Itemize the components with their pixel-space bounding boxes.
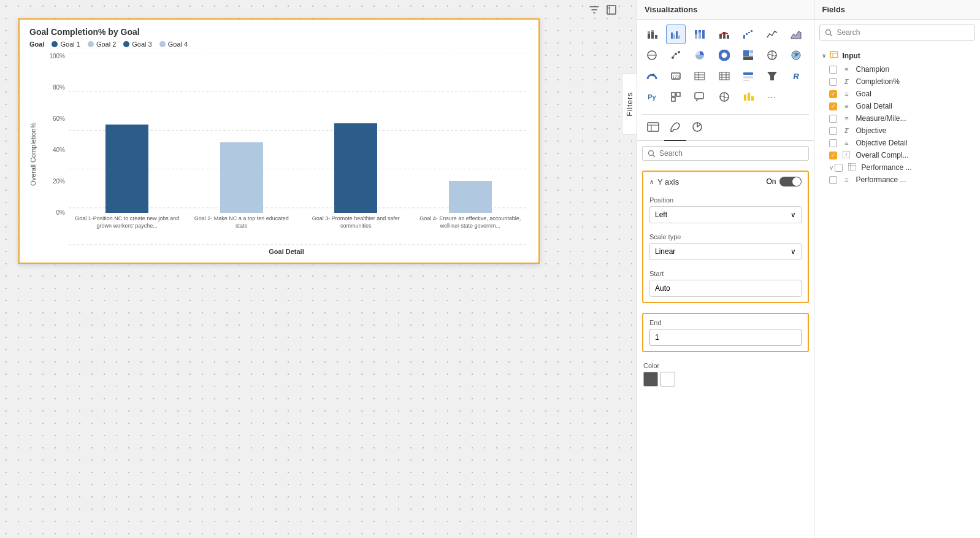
100pct-bar-icon-btn[interactable] bbox=[690, 25, 710, 44]
scatter-icon-btn[interactable] bbox=[666, 45, 686, 65]
end-field-group: End bbox=[642, 313, 809, 352]
svg-rect-63 bbox=[695, 93, 703, 99]
field-checkbox-overall-compl[interactable] bbox=[829, 152, 837, 159]
treemap-icon-btn[interactable] bbox=[738, 45, 758, 65]
format-paint-tab[interactable] bbox=[664, 117, 686, 141]
map-icon-btn[interactable] bbox=[762, 45, 782, 65]
bar-group-3 bbox=[304, 53, 408, 213]
svg-rect-62 bbox=[672, 98, 675, 101]
funnel-icon-btn[interactable] bbox=[762, 66, 782, 86]
field-label-goal: Goal bbox=[856, 90, 871, 98]
field-checkbox-completion[interactable] bbox=[829, 78, 837, 86]
field-checkbox-objective-detail[interactable] bbox=[829, 139, 837, 147]
bar-2 bbox=[220, 142, 263, 213]
powerbi-custom-icon-btn[interactable] bbox=[738, 87, 758, 107]
toggle-track[interactable] bbox=[779, 177, 802, 186]
svg-rect-57 bbox=[743, 76, 753, 79]
svg-point-34 bbox=[673, 55, 675, 57]
line-bar-combo-icon-btn[interactable] bbox=[714, 25, 734, 44]
filled-map-icon-btn[interactable] bbox=[786, 45, 806, 65]
toggle-knob bbox=[792, 177, 801, 186]
ribbon-icon-btn[interactable] bbox=[642, 45, 662, 65]
python-icon-btn[interactable]: Py bbox=[642, 87, 662, 107]
matrix-icon-btn[interactable] bbox=[714, 66, 734, 86]
field-checkbox-performance2[interactable] bbox=[829, 176, 837, 184]
svg-rect-68 bbox=[751, 96, 754, 101]
r-icon-btn[interactable]: R bbox=[786, 66, 806, 86]
position-field-group: Position Left ∨ bbox=[643, 191, 808, 228]
fields-section-header[interactable]: ∨ Input bbox=[819, 48, 975, 63]
svg-rect-10 bbox=[648, 31, 650, 34]
field-item-goal[interactable]: ≡ Goal bbox=[819, 88, 975, 100]
field-type-icon-objective: Σ bbox=[842, 127, 851, 134]
end-input[interactable] bbox=[649, 329, 802, 346]
filter-toolbar-btn[interactable] bbox=[588, 3, 601, 17]
field-item-goal-detail[interactable]: ≡ Goal Detail bbox=[819, 100, 975, 112]
y-axis-label: Overall Completion% bbox=[29, 53, 42, 255]
y-axis-chevron-icon[interactable]: ∧ bbox=[649, 179, 654, 185]
number-card-icon-btn[interactable]: 123 bbox=[666, 66, 686, 86]
globe-icon-btn[interactable] bbox=[714, 87, 734, 107]
slicer-icon-btn[interactable] bbox=[738, 66, 758, 86]
area-icon-btn[interactable] bbox=[786, 25, 806, 44]
waterfall-icon-btn[interactable] bbox=[738, 25, 758, 44]
fields-search-input[interactable] bbox=[836, 28, 970, 37]
donut-icon-btn[interactable] bbox=[714, 45, 734, 65]
stacked-bar-icon-btn[interactable] bbox=[642, 25, 662, 44]
field-checkbox-goal[interactable] bbox=[829, 90, 837, 98]
scale-type-select[interactable]: Linear ∨ bbox=[649, 243, 802, 260]
field-item-objective[interactable]: Σ Objective bbox=[819, 125, 975, 137]
format-analytics-tab[interactable] bbox=[686, 117, 708, 140]
scale-type-chevron-icon: ∨ bbox=[791, 247, 796, 256]
field-checkbox-champion[interactable] bbox=[829, 66, 837, 74]
legend-item-goal4: Goal 4 bbox=[159, 40, 188, 48]
expand-toolbar-btn[interactable] bbox=[605, 3, 618, 17]
chart-body: Overall Completion% 100% 80% 60% 40% 20%… bbox=[29, 53, 529, 255]
chart-title: Goal Completion% by Goal bbox=[29, 27, 529, 37]
custom-vis-icon-btn[interactable] bbox=[666, 87, 686, 107]
field-item-champion[interactable]: ≡ Champion bbox=[819, 63, 975, 75]
field-type-icon-measure: ≡ bbox=[842, 115, 851, 122]
fields-search-icon bbox=[825, 29, 833, 37]
field-checkbox-goal-detail[interactable] bbox=[829, 102, 837, 110]
svg-rect-25 bbox=[746, 33, 748, 35]
more-visuals-btn[interactable]: ··· bbox=[762, 87, 782, 107]
gauge-icon-btn[interactable] bbox=[642, 66, 662, 86]
field-type-icon-champion: ≡ bbox=[842, 66, 851, 73]
color-swatch-dark[interactable] bbox=[643, 372, 658, 386]
clustered-bar-icon-btn[interactable] bbox=[666, 25, 686, 44]
legend-label-goal4: Goal 4 bbox=[168, 40, 188, 48]
speech-bubble-icon-btn[interactable] bbox=[690, 87, 710, 107]
start-field-group: Start bbox=[643, 265, 808, 302]
svg-rect-67 bbox=[748, 93, 750, 101]
filters-tab[interactable]: Filters bbox=[622, 74, 637, 135]
start-input[interactable] bbox=[649, 280, 802, 297]
format-fields-tab[interactable] bbox=[642, 117, 664, 140]
field-checkbox-performance1[interactable] bbox=[835, 164, 843, 172]
viz-panel-header: Visualizations bbox=[637, 0, 814, 20]
field-checkbox-objective[interactable] bbox=[829, 127, 837, 135]
x-label-1: Goal 1-Position NC to create new jobs an… bbox=[75, 213, 180, 247]
position-select[interactable]: Left ∨ bbox=[649, 206, 802, 223]
viz-search-icon bbox=[648, 150, 656, 158]
field-item-performance2[interactable]: ≡ Performance ... bbox=[819, 174, 975, 186]
field-item-measure[interactable]: ≡ Measure/Mile... bbox=[819, 112, 975, 125]
viz-search-input[interactable] bbox=[659, 149, 803, 158]
pie-icon-btn[interactable] bbox=[690, 45, 710, 65]
field-item-completion[interactable]: Σ Completion% bbox=[819, 75, 975, 88]
field-checkbox-measure[interactable] bbox=[829, 115, 837, 123]
svg-point-31 bbox=[672, 56, 674, 59]
viz-search-box[interactable] bbox=[642, 146, 809, 161]
field-item-performance1[interactable]: ∨ Performance ... bbox=[819, 161, 975, 174]
fields-search-box[interactable] bbox=[819, 25, 975, 40]
field-item-objective-detail[interactable]: ≡ Objective Detail bbox=[819, 137, 975, 149]
expand-icon-performance1[interactable]: ∨ bbox=[829, 164, 833, 171]
y-axis-toggle[interactable]: On bbox=[766, 177, 802, 186]
field-type-icon-objective-detail: ≡ bbox=[842, 139, 851, 147]
svg-rect-7 bbox=[648, 34, 650, 39]
svg-rect-13 bbox=[673, 34, 675, 39]
color-swatch-white[interactable] bbox=[660, 372, 675, 386]
line-icon-btn[interactable] bbox=[762, 25, 782, 44]
field-item-overall-compl[interactable]: f Overall Compl... bbox=[819, 149, 975, 161]
table-vis-icon-btn[interactable] bbox=[690, 66, 710, 86]
